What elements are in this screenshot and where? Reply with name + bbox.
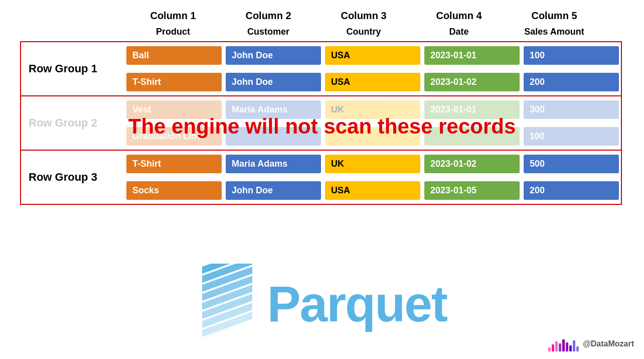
cell-3-2-4: 2023-01-05 — [424, 181, 520, 200]
cell-1-2-4: 2023-01-02 — [424, 73, 520, 91]
cell-2-2-1: Graduation Line — [126, 127, 222, 146]
table-row: Graduation Line100 — [124, 123, 621, 150]
table-row: T-ShirtJohn DoeUSA2023-01-02200 — [124, 69, 621, 95]
cell-3-1-4: 2023-01-02 — [424, 155, 520, 173]
cell-3-1-3: UK — [325, 155, 420, 173]
row-group-label-1: Row Group 1 — [21, 42, 124, 95]
sub-header-sales: Sales Amount — [507, 27, 602, 37]
table-section: Column 1 Column 2 Column 3 Column 4 Colu… — [0, 0, 644, 210]
parquet-logo: Parquet — [197, 264, 447, 344]
cell-1-1-1: Ball — [126, 46, 222, 65]
parquet-label: Parquet — [267, 275, 447, 333]
cell-3-1-1: T-Shirt — [126, 155, 222, 173]
watermark-text: @DataMozart — [583, 339, 634, 348]
table-row: SocksJohn DoeUSA2023-01-05200 — [124, 177, 621, 204]
cell-3-2-2: John Doe — [226, 181, 321, 200]
table-row: BallJohn DoeUSA2023-01-01100 — [124, 42, 621, 69]
datamozart-icon — [548, 336, 579, 351]
col-header-3: Column 3 — [316, 10, 411, 22]
cell-2-2-2 — [226, 127, 321, 146]
sub-header-customer: Customer — [221, 27, 316, 37]
row-group-label-2: Row Group 2 — [21, 96, 124, 150]
cell-2-1-2: Maria Adams — [226, 100, 321, 119]
cell-2-2-4 — [424, 127, 520, 146]
sub-header-product: Product — [125, 27, 221, 37]
rows-container-1: BallJohn DoeUSA2023-01-01100T-ShirtJohn … — [124, 42, 621, 95]
cell-3-1-5: 500 — [524, 155, 619, 173]
col-header-2: Column 2 — [221, 10, 316, 22]
cell-3-2-5: 200 — [524, 181, 619, 200]
cell-3-1-2: Maria Adams — [226, 155, 321, 173]
cell-1-1-2: John Doe — [226, 46, 321, 65]
cell-1-1-3: USA — [325, 46, 420, 65]
sub-header-country: Country — [316, 27, 411, 37]
cell-1-2-5: 200 — [524, 73, 619, 91]
watermark: @DataMozart — [548, 336, 634, 351]
cell-2-1-1: Vest — [126, 100, 222, 119]
parquet-section: Parquet — [0, 264, 644, 344]
data-table: Row Group 1BallJohn DoeUSA2023-01-01100T… — [20, 41, 622, 205]
cell-2-2-3 — [325, 127, 420, 146]
table-row: T-ShirtMaria AdamsUK2023-01-02500 — [124, 151, 621, 177]
rows-container-3: T-ShirtMaria AdamsUK2023-01-02500SocksJo… — [124, 151, 621, 204]
parquet-icon — [197, 264, 257, 344]
cell-1-2-1: T-Shirt — [126, 73, 222, 91]
cell-1-1-4: 2023-01-01 — [424, 46, 520, 65]
row-group-1: Row Group 1BallJohn DoeUSA2023-01-01100T… — [21, 42, 621, 96]
cell-1-2-2: John Doe — [226, 73, 321, 91]
rows-container-2: VestMaria AdamsUK2023-01-01300Graduation… — [124, 96, 621, 150]
sub-headers-row: Product Customer Country Date Sales Amou… — [125, 27, 624, 37]
cell-2-1-3: UK — [325, 100, 420, 119]
row-group-2: Row Group 2VestMaria AdamsUK2023-01-0130… — [21, 96, 621, 151]
col-header-5: Column 5 — [507, 10, 602, 22]
col-header-1: Column 1 — [125, 10, 221, 22]
table-row: VestMaria AdamsUK2023-01-01300 — [124, 96, 621, 123]
cell-3-2-3: USA — [325, 181, 420, 200]
cell-2-1-5: 300 — [524, 100, 619, 119]
cell-1-2-3: USA — [325, 73, 420, 91]
sub-header-date: Date — [411, 27, 507, 37]
col-header-4: Column 4 — [411, 10, 507, 22]
cell-2-2-5: 100 — [524, 127, 619, 146]
column-headers-row: Column 1 Column 2 Column 3 Column 4 Colu… — [125, 10, 624, 22]
cell-3-2-1: Socks — [126, 181, 222, 200]
cell-1-1-5: 100 — [524, 46, 619, 65]
row-group-label-3: Row Group 3 — [21, 151, 124, 204]
cell-2-1-4: 2023-01-01 — [424, 100, 520, 119]
row-group-3: Row Group 3T-ShirtMaria AdamsUK2023-01-0… — [21, 151, 621, 204]
